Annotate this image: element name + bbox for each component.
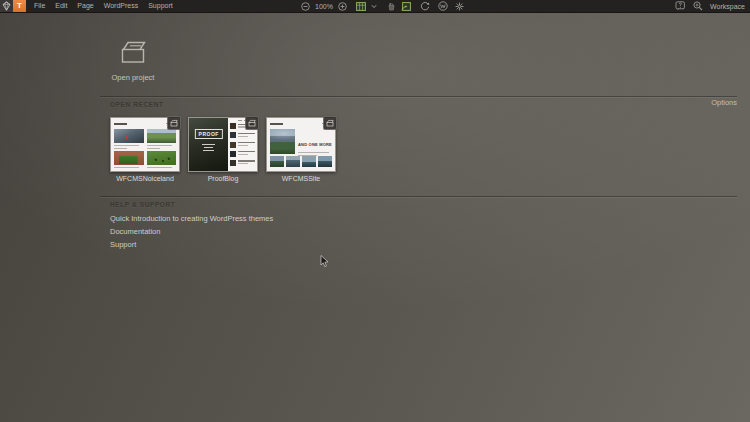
menu-edit[interactable]: Edit bbox=[55, 0, 67, 12]
wordpress-icon[interactable] bbox=[438, 1, 448, 11]
open-box-icon bbox=[119, 39, 147, 64]
recent-projects-list: WFCMSNoiceland PROOF bbox=[110, 117, 336, 182]
app-icon-letter: T bbox=[17, 2, 22, 10]
project-thumbnail[interactable] bbox=[110, 117, 180, 172]
refresh-icon[interactable] bbox=[420, 1, 430, 11]
thumb-photo-field bbox=[147, 151, 177, 165]
zoom-search-icon[interactable] bbox=[693, 1, 703, 11]
open-box-badge-icon bbox=[170, 119, 178, 127]
help-icon[interactable] bbox=[675, 1, 686, 11]
recent-project-wfcmsnoiceland[interactable]: WFCMSNoiceland bbox=[110, 117, 180, 182]
project-name: ProofBlog bbox=[188, 175, 258, 182]
settings-sparkle-icon[interactable] bbox=[455, 2, 464, 11]
help-links-list: Quick Introduction to creating WordPress… bbox=[110, 214, 273, 253]
project-thumbnail[interactable]: AND ONE MORE bbox=[266, 117, 336, 172]
help-link-support[interactable]: Support bbox=[110, 240, 273, 250]
project-name: WFCMSNoiceland bbox=[110, 175, 180, 182]
project-badge bbox=[167, 116, 181, 130]
grid-view-icon[interactable] bbox=[356, 2, 366, 11]
workspace-button[interactable]: Workspace bbox=[710, 3, 745, 10]
zoom-in-icon[interactable] bbox=[338, 2, 347, 11]
thumb-photo-mountain bbox=[114, 129, 144, 143]
project-badge bbox=[323, 116, 337, 130]
options-link[interactable]: Options bbox=[711, 98, 737, 107]
project-name: WFCMSSite bbox=[266, 175, 336, 182]
recent-project-wfcmssite[interactable]: AND ONE MORE WFCMSSite bbox=[266, 117, 336, 182]
view-toolbar: 100% bbox=[301, 0, 464, 12]
app-window: { "window": { "app_icon_letter": "T", "m… bbox=[0, 0, 750, 422]
menu-page[interactable]: Page bbox=[77, 0, 93, 12]
open-box-badge-icon bbox=[326, 119, 334, 127]
document-app-icon[interactable]: T bbox=[13, 0, 26, 12]
project-badge bbox=[245, 116, 259, 130]
help-link-quick-introduction[interactable]: Quick Introduction to creating WordPress… bbox=[110, 214, 273, 224]
diamond-logo-icon bbox=[1, 1, 12, 11]
import-page-icon[interactable] bbox=[401, 2, 411, 11]
app-logo-icon[interactable] bbox=[0, 0, 13, 12]
open-recent-heading: OPEN RECENT bbox=[110, 101, 164, 108]
paint-bucket-icon[interactable] bbox=[387, 2, 396, 11]
menu-support[interactable]: Support bbox=[148, 0, 173, 12]
menu-list: File Edit Page WordPress Support bbox=[34, 0, 173, 12]
recent-project-proofblog[interactable]: PROOF bbox=[188, 117, 258, 182]
thumb-photo-tractor bbox=[114, 151, 144, 165]
menu-wordpress[interactable]: WordPress bbox=[104, 0, 139, 12]
project-thumbnail[interactable]: PROOF bbox=[188, 117, 258, 172]
top-menu-bar: T File Edit Page WordPress Support 100% bbox=[0, 0, 750, 13]
open-box-badge-icon bbox=[248, 119, 256, 127]
right-toolbar: Workspace bbox=[675, 0, 745, 12]
thumb-headline: AND ONE MORE bbox=[298, 142, 332, 147]
thumb-dark-hero: PROOF bbox=[189, 118, 228, 171]
open-project-label: Open project bbox=[106, 73, 160, 82]
open-project-button[interactable]: Open project bbox=[106, 39, 160, 82]
zoom-level[interactable]: 100% bbox=[315, 3, 333, 10]
menu-file[interactable]: File bbox=[34, 0, 45, 12]
divider bbox=[100, 196, 737, 198]
help-support-heading: HELP & SUPPORT bbox=[110, 201, 175, 208]
grid-dropdown-chevron-icon[interactable] bbox=[371, 4, 377, 9]
help-link-documentation[interactable]: Documentation bbox=[110, 227, 273, 237]
mouse-cursor bbox=[320, 255, 329, 268]
thumb-hero-photo bbox=[270, 129, 295, 154]
divider bbox=[100, 96, 737, 98]
thumb-photo-valley bbox=[147, 129, 177, 143]
zoom-out-icon[interactable] bbox=[301, 2, 310, 11]
thumb-proof-logo: PROOF bbox=[195, 129, 223, 139]
